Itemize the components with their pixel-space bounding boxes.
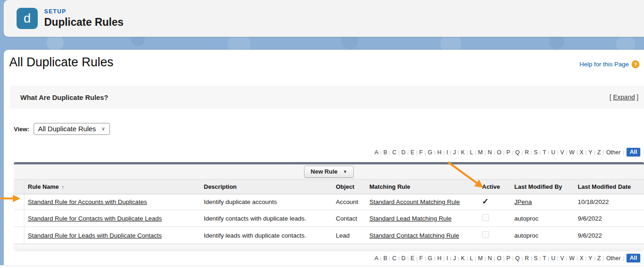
new-rule-button[interactable]: New Rule ▼ — [304, 166, 353, 178]
rule-name-link[interactable]: Standard Rule for Accounts with Duplicat… — [28, 198, 147, 205]
alphabet-other[interactable]: Other — [604, 255, 623, 262]
alphabet-letter[interactable]: P — [505, 255, 512, 262]
matching-rule-link[interactable]: Standard Contact Matching Rule — [369, 232, 459, 239]
column-header-description[interactable]: Description — [200, 180, 332, 194]
column-header-object[interactable]: Object — [332, 180, 366, 194]
alphabet-letter[interactable]: R — [523, 255, 531, 262]
setup-page-title: Duplicate Rules — [44, 16, 124, 29]
modified-by-cell: autoproc — [511, 227, 574, 244]
alphabet-all[interactable]: All — [627, 254, 640, 262]
chevron-down-icon: ∨ — [102, 126, 105, 132]
alphabet-letter[interactable]: V — [558, 255, 566, 262]
alphabet-letter[interactable]: V — [558, 149, 566, 156]
action-cell — [14, 210, 24, 227]
alphabet-letter[interactable]: R — [523, 149, 531, 156]
alphabet-letter[interactable]: F — [418, 149, 425, 156]
alphabet-letter[interactable]: A — [373, 149, 380, 156]
table-footer-bar — [14, 244, 644, 251]
alphabet-letter[interactable]: Y — [586, 255, 594, 262]
alphabet-letter[interactable]: D — [400, 255, 408, 262]
help-for-this-page-link[interactable]: Help for this Page — [580, 61, 629, 68]
alphabet-letter[interactable]: I — [445, 149, 450, 156]
alphabet-index-bottom: A|B|C|D|E|F|G|H|I|J|K|L|M|N|O|P|Q|R|S|T|… — [373, 254, 640, 262]
alphabet-letter[interactable]: T — [541, 149, 548, 156]
alphabet-letter[interactable]: U — [549, 149, 557, 156]
alphabet-letter[interactable]: F — [418, 255, 425, 262]
alphabet-letter[interactable]: G — [426, 149, 434, 156]
alphabet-letter[interactable]: S — [532, 255, 540, 262]
alphabet-letter[interactable]: K — [459, 149, 466, 156]
alphabet-letter[interactable]: T — [541, 255, 548, 262]
alphabet-letter[interactable]: M — [476, 149, 484, 156]
active-checkbox: ✓ — [482, 198, 489, 204]
description-cell: Identify duplicate accounts — [200, 194, 332, 210]
alphabet-letter[interactable]: W — [567, 149, 576, 156]
alphabet-letter[interactable]: O — [495, 255, 503, 262]
view-select[interactable]: All Duplicate Rules ∨ — [34, 123, 110, 135]
alphabet-all[interactable]: All — [627, 148, 640, 157]
help-row: Help for this Page ? — [580, 60, 639, 68]
action-cell — [14, 194, 24, 210]
column-header-last-modified-date[interactable]: Last Modified Date — [574, 180, 644, 194]
active-checkbox — [482, 231, 489, 238]
object-cell: Lead — [332, 227, 366, 244]
alphabet-letter[interactable]: D — [400, 149, 408, 156]
alphabet-letter[interactable]: C — [391, 255, 398, 262]
alphabet-letter[interactable]: C — [391, 149, 398, 156]
expand-label[interactable]: Expand — [613, 93, 635, 101]
column-header-matching-rule[interactable]: Matching Rule — [366, 180, 478, 194]
alphabet-letter[interactable]: G — [426, 255, 434, 262]
alphabet-letter[interactable]: K — [459, 255, 466, 262]
column-header-active[interactable]: Active — [478, 180, 511, 194]
alphabet-letter[interactable]: B — [381, 149, 389, 156]
view-label: View: — [14, 126, 29, 133]
alphabet-letter[interactable]: M — [476, 255, 484, 262]
table-row: Standard Rule for Accounts with Duplicat… — [14, 194, 644, 210]
alphabet-letter[interactable]: Z — [595, 255, 603, 262]
alphabet-letter[interactable]: Z — [595, 149, 603, 156]
alphabet-letter[interactable]: E — [408, 149, 416, 156]
alphabet-letter[interactable]: Y — [586, 149, 594, 156]
what-are-duplicate-rules-box: What Are Duplicate Rules? [ Expand ] — [10, 86, 644, 109]
column-header-rule-name[interactable]: Rule Name↑ — [24, 180, 200, 194]
rule-name-link[interactable]: Standard Rule for Leads with Duplicate C… — [28, 232, 162, 239]
alphabet-letter[interactable]: Q — [513, 149, 522, 156]
new-rule-label: New Rule — [310, 168, 338, 175]
table-row: Standard Rule for Leads with Duplicate C… — [14, 227, 644, 244]
alphabet-letter[interactable]: P — [505, 149, 512, 156]
alphabet-letter[interactable]: Q — [513, 255, 522, 262]
alphabet-letter[interactable]: X — [578, 149, 585, 156]
alphabet-index-top: A|B|C|D|E|F|G|H|I|J|K|L|M|N|O|P|Q|R|S|T|… — [373, 148, 640, 157]
alphabet-letter[interactable]: U — [549, 255, 557, 262]
alphabet-letter[interactable]: W — [567, 255, 576, 262]
alphabet-letter[interactable]: H — [436, 149, 443, 156]
rule-name-link[interactable]: Standard Rule for Contacts with Duplicat… — [28, 215, 162, 222]
modified-by-link[interactable]: JPena — [514, 198, 532, 205]
alphabet-separator: | — [623, 150, 624, 155]
alphabet-letter[interactable]: A — [373, 255, 380, 262]
alphabet-letter[interactable]: J — [451, 149, 458, 156]
alphabet-letter[interactable]: H — [436, 255, 443, 262]
matching-rule-link[interactable]: Standard Lead Matching Rule — [369, 215, 452, 222]
alphabet-letter[interactable]: B — [381, 255, 389, 262]
help-question-icon[interactable]: ? — [632, 60, 639, 68]
active-checkbox — [482, 214, 489, 221]
alphabet-letter[interactable]: S — [532, 149, 540, 156]
alphabet-letter[interactable]: I — [445, 255, 450, 262]
modified-by-cell: autoproc — [511, 210, 574, 227]
alphabet-other[interactable]: Other — [604, 149, 623, 156]
alphabet-letter[interactable]: X — [578, 255, 585, 262]
alphabet-letter[interactable]: N — [486, 255, 494, 262]
alphabet-letter[interactable]: O — [495, 149, 503, 156]
column-header-last-modified-by[interactable]: Last Modified By — [511, 180, 574, 194]
matching-rule-link[interactable]: Standard Account Matching Rule — [369, 198, 460, 205]
alphabet-letter[interactable]: J — [451, 255, 458, 262]
alphabet-letter[interactable]: N — [486, 149, 494, 156]
alphabet-letter[interactable]: E — [408, 255, 416, 262]
action-column-header — [14, 180, 24, 194]
description-cell: Identify contacts with duplicate leads. — [200, 210, 332, 227]
modified-date-cell: 9/6/2022 — [574, 227, 644, 244]
alphabet-letter[interactable]: L — [468, 255, 475, 262]
alphabet-letter[interactable]: L — [468, 149, 475, 156]
expand-link[interactable]: [ Expand ] — [610, 93, 638, 101]
